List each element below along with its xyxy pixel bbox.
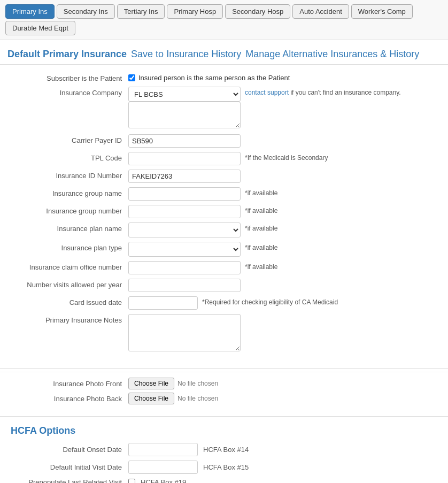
carrier-payer-label: Carrier Payer ID	[11, 134, 128, 144]
last-related-checkbox[interactable]	[128, 479, 135, 483]
hcfa-section: HCFA Options Default Onset Date HCFA Box…	[0, 420, 448, 483]
save-to-history-link[interactable]: Save to Insurance History	[131, 49, 241, 60]
carrier-payer-control	[128, 134, 241, 148]
tab-tertiary-ins[interactable]: Tertiary Ins	[117, 4, 165, 19]
photo-back-choose-btn[interactable]: Choose File	[128, 393, 174, 404]
claim-office-row: Insurance claim office number *if availa…	[11, 261, 437, 274]
insurance-company-hint: contact support if you can't find an ins…	[245, 87, 401, 96]
insurance-company-row: Insurance Company FL BCBS contact suppor…	[11, 87, 437, 130]
tpl-code-row: TPL Code *If the Medicaid is Secondary	[11, 152, 437, 165]
subscriber-checkbox-label: Insured person is the same person as the…	[138, 74, 290, 82]
card-issued-input[interactable]	[128, 296, 198, 310]
plan-type-control	[128, 242, 241, 257]
group-name-row: Insurance group name *if available	[11, 187, 437, 201]
subscriber-checkbox[interactable]	[128, 74, 135, 81]
card-issued-label: Card issued date	[11, 296, 128, 306]
hcfa-title: HCFA Options	[11, 425, 437, 436]
tab-secondary-ins[interactable]: Secondary Ins	[57, 4, 115, 19]
group-number-hint: *if available	[245, 205, 277, 214]
tpl-code-control	[128, 152, 241, 165]
visits-allowed-label: Number visits allowed per year	[11, 279, 128, 289]
plan-type-hint: *if available	[245, 242, 277, 251]
claim-office-label: Insurance claim office number	[11, 261, 128, 271]
plan-name-hint: *if available	[245, 223, 277, 232]
plan-name-select[interactable]	[128, 223, 241, 237]
photo-front-choose-btn[interactable]: Choose File	[128, 378, 174, 389]
file-upload-section: Insurance Photo Front Choose File No fil…	[0, 372, 448, 413]
card-issued-hint: *Required for checking eligibility of CA…	[202, 296, 338, 306]
insurance-notes-control	[128, 314, 241, 353]
manage-alternatives-link[interactable]: Manage Alternative Insurances & History	[245, 49, 419, 60]
onset-date-label: Default Onset Date	[11, 446, 128, 454]
card-issued-control	[128, 296, 198, 310]
last-related-row: Prepopulate Last Related Visit HCFA Box …	[11, 478, 437, 483]
insurance-company-label: Insurance Company	[11, 87, 128, 97]
tpl-code-input[interactable]	[128, 152, 241, 165]
tab-auto-accident[interactable]: Auto Accident	[292, 4, 349, 19]
hcfa-divider	[0, 416, 448, 417]
group-name-label: Insurance group name	[11, 187, 128, 197]
group-name-hint: *if available	[245, 187, 277, 197]
primary-insurance-form: Subscriber is the Patient Insured person…	[0, 65, 448, 365]
photo-front-row: Insurance Photo Front Choose File No fil…	[11, 378, 437, 389]
claim-office-control	[128, 261, 241, 274]
insurance-id-label: Insurance ID Number	[11, 170, 128, 180]
tab-workers-comp[interactable]: Worker's Comp	[351, 4, 413, 19]
plan-name-row: Insurance plan name *if available	[11, 223, 437, 237]
contact-support-link[interactable]: contact support	[245, 89, 289, 96]
tpl-code-label: TPL Code	[11, 152, 128, 162]
claim-office-hint: *if available	[245, 261, 277, 271]
insurance-notes-row: Primary Insurance Notes	[11, 314, 437, 353]
insurance-id-input[interactable]	[128, 170, 241, 183]
tab-primary-hosp[interactable]: Primary Hosp	[167, 4, 223, 19]
card-issued-row: Card issued date *Required for checking …	[11, 296, 437, 310]
default-insurance-title: Default Primary Insurance	[7, 49, 127, 60]
group-name-control	[128, 187, 241, 201]
group-number-label: Insurance group number	[11, 205, 128, 215]
form-divider	[0, 368, 448, 369]
insurance-company-control: FL BCBS	[128, 87, 241, 130]
group-name-input[interactable]	[128, 187, 241, 201]
onset-date-hint: HCFA Box #14	[203, 446, 249, 454]
tabs-bar: Primary Ins Secondary Ins Tertiary Ins P…	[0, 0, 448, 40]
insurance-notes-label: Primary Insurance Notes	[11, 314, 128, 324]
plan-type-label: Insurance plan type	[11, 242, 128, 252]
insurance-company-select[interactable]: FL BCBS	[128, 87, 241, 102]
carrier-payer-row: Carrier Payer ID	[11, 134, 437, 148]
visits-allowed-input[interactable]	[128, 279, 241, 292]
photo-back-label: Insurance Photo Back	[11, 395, 128, 403]
tab-secondary-hosp[interactable]: Secondary Hosp	[225, 4, 290, 19]
photo-front-status: No file chosen	[177, 380, 218, 387]
visits-allowed-row: Number visits allowed per year	[11, 279, 437, 292]
photo-back-status: No file chosen	[177, 395, 218, 402]
carrier-payer-input[interactable]	[128, 134, 241, 148]
insurance-id-row: Insurance ID Number	[11, 170, 437, 183]
contact-support-hint: if you can't find an insurance company.	[290, 89, 400, 96]
plan-name-label: Insurance plan name	[11, 223, 128, 233]
insurance-id-control	[128, 170, 241, 183]
photo-front-label: Insurance Photo Front	[11, 380, 128, 388]
group-number-control	[128, 205, 241, 218]
initial-visit-row: Default Initial Visit Date HCFA Box #15	[11, 461, 437, 474]
claim-office-input[interactable]	[128, 261, 241, 274]
group-number-row: Insurance group number *if available	[11, 205, 437, 218]
onset-date-row: Default Onset Date HCFA Box #14	[11, 443, 437, 456]
plan-type-row: Insurance plan type *if available	[11, 242, 437, 257]
initial-visit-input[interactable]	[128, 461, 198, 474]
last-related-label: Prepopulate Last Related Visit	[11, 478, 128, 483]
initial-visit-label: Default Initial Visit Date	[11, 463, 128, 471]
tab-primary-ins[interactable]: Primary Ins	[5, 4, 55, 19]
insurance-notes-textarea[interactable]	[128, 314, 241, 351]
subscriber-checkbox-wrapper: Insured person is the same person as the…	[128, 72, 290, 82]
tpl-code-hint: *If the Medicaid is Secondary	[245, 152, 328, 162]
subscriber-label: Subscriber is the Patient	[11, 72, 128, 82]
tab-durable-med[interactable]: Durable Med Eqpt	[5, 21, 75, 35]
insurance-company-notes[interactable]	[128, 102, 241, 128]
last-related-hint: HCFA Box #19	[141, 478, 186, 483]
plan-type-select[interactable]	[128, 242, 241, 257]
group-number-input[interactable]	[128, 205, 241, 218]
page-header: Default Primary Insurance Save to Insura…	[0, 40, 448, 65]
visits-allowed-control	[128, 279, 241, 292]
plan-name-control	[128, 223, 241, 237]
onset-date-input[interactable]	[128, 443, 198, 456]
